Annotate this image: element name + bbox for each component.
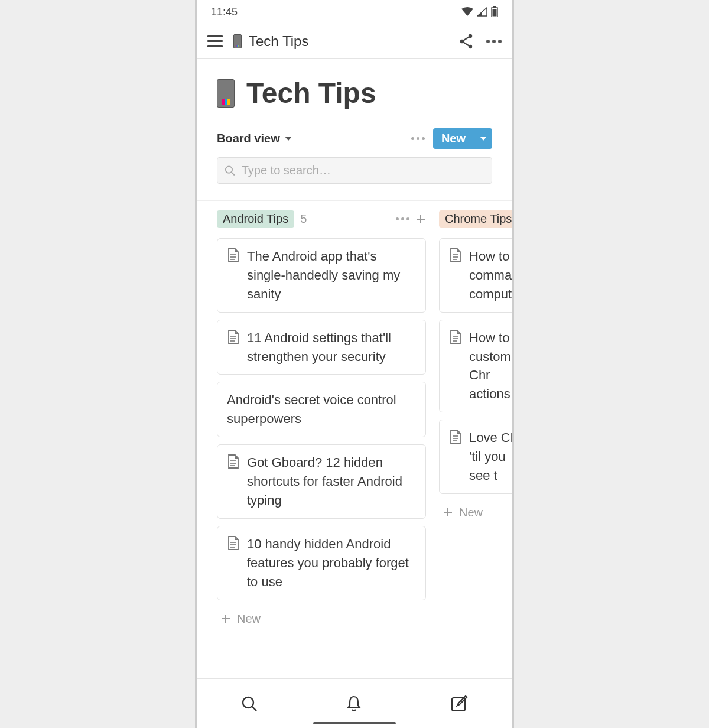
column-header: Android Tips5 [217, 210, 426, 228]
svg-line-9 [232, 172, 235, 175]
column-more-icon[interactable] [396, 217, 409, 220]
app-bar-title-text: Tech Tips [249, 33, 308, 50]
status-bar: 11:45 [197, 0, 512, 24]
board-card[interactable]: Android's secret voice control superpowe… [217, 382, 426, 437]
phone-emoji-icon [233, 34, 242, 48]
page-emoji-icon [217, 79, 235, 108]
board-column: Chrome TipsHow to a commands computerHow… [439, 210, 512, 524]
chevron-down-icon [480, 137, 486, 141]
column-tag[interactable]: Android Tips [217, 210, 294, 228]
new-button-label: New [433, 128, 474, 149]
nav-search[interactable] [235, 690, 264, 718]
search-input[interactable] [242, 164, 484, 177]
plus-icon [220, 613, 231, 624]
status-time: 11:45 [211, 6, 238, 18]
phone-frame: 11:45 Tech Tips Tech Tips [195, 0, 514, 728]
card-title: How to c custom Chr actions [469, 329, 512, 404]
search-icon [225, 165, 236, 177]
battery-icon [491, 6, 498, 17]
board-card[interactable]: The Android app that's single-handedly s… [217, 238, 426, 313]
share-icon[interactable] [459, 34, 473, 49]
new-button-dropdown[interactable] [474, 128, 492, 149]
card-title: Love Ch 'til you see t [469, 428, 512, 485]
board-card[interactable]: How to c custom Chr actions [439, 320, 512, 413]
page-content: Tech Tips Board view New Android Tips5Th… [197, 59, 512, 678]
board-card[interactable]: 11 Android settings that'll strengthen y… [217, 320, 426, 375]
column-header: Chrome Tips [439, 210, 512, 228]
status-icons [461, 6, 498, 17]
card-title: Got Gboard? 12 hidden shortcuts for fast… [247, 453, 416, 510]
document-icon [227, 536, 240, 550]
board-card[interactable]: Got Gboard? 12 hidden shortcuts for fast… [217, 444, 426, 519]
add-card-button[interactable]: New [439, 501, 512, 524]
plus-icon [443, 507, 453, 518]
bell-icon [346, 695, 362, 713]
document-icon [449, 430, 462, 444]
card-title: 11 Android settings that'll strengthen y… [247, 329, 416, 366]
wifi-icon [461, 7, 473, 17]
search-input-container[interactable] [217, 157, 492, 184]
board-column: Android Tips5The Android app that's sing… [217, 210, 426, 630]
signal-icon [477, 7, 487, 17]
chevron-down-icon [285, 136, 292, 141]
svg-point-8 [226, 166, 232, 173]
document-icon [227, 454, 240, 469]
plus-icon [415, 214, 426, 225]
app-bar-title[interactable]: Tech Tips [233, 33, 448, 50]
view-switcher[interactable]: Board view [217, 132, 292, 145]
card-title: The Android app that's single-handedly s… [247, 247, 416, 304]
page-title: Tech Tips [246, 77, 376, 109]
board-card[interactable]: Love Ch 'til you see t [439, 420, 512, 494]
app-bar: Tech Tips [197, 24, 512, 59]
card-title: Android's secret voice control superpowe… [227, 391, 416, 428]
menu-icon[interactable] [207, 35, 223, 47]
document-icon [449, 330, 462, 344]
board[interactable]: Android Tips5The Android app that's sing… [197, 210, 512, 630]
view-label: Board view [217, 132, 280, 145]
column-add-icon[interactable] [415, 214, 426, 225]
column-count: 5 [300, 212, 307, 226]
nav-compose[interactable] [444, 689, 474, 719]
home-indicator [313, 722, 396, 724]
board-card[interactable]: How to a commands computer [439, 238, 512, 313]
view-more-icon[interactable] [411, 137, 425, 140]
document-icon [227, 248, 240, 262]
add-card-button[interactable]: New [217, 607, 426, 630]
column-tag[interactable]: Chrome Tips [439, 210, 512, 228]
card-title: 10 handy hidden Android features you pro… [247, 535, 416, 592]
compose-icon [450, 695, 468, 713]
bottom-nav [197, 678, 512, 728]
nav-notifications[interactable] [340, 689, 368, 719]
svg-point-40 [243, 697, 253, 708]
document-icon [449, 248, 462, 262]
card-title: How to a commands computer [469, 247, 512, 304]
page-header: Tech Tips [197, 77, 512, 122]
add-card-label: New [459, 506, 483, 519]
document-icon [227, 330, 240, 344]
svg-line-7 [462, 41, 470, 47]
svg-line-41 [252, 707, 256, 711]
svg-line-6 [462, 36, 470, 41]
search-icon [241, 696, 258, 712]
divider [197, 200, 512, 201]
svg-rect-2 [493, 9, 497, 17]
add-card-label: New [237, 612, 261, 626]
view-toolbar: Board view New [197, 128, 512, 149]
more-icon[interactable] [486, 40, 502, 43]
board-card[interactable]: 10 handy hidden Android features you pro… [217, 526, 426, 600]
new-button[interactable]: New [433, 128, 492, 149]
